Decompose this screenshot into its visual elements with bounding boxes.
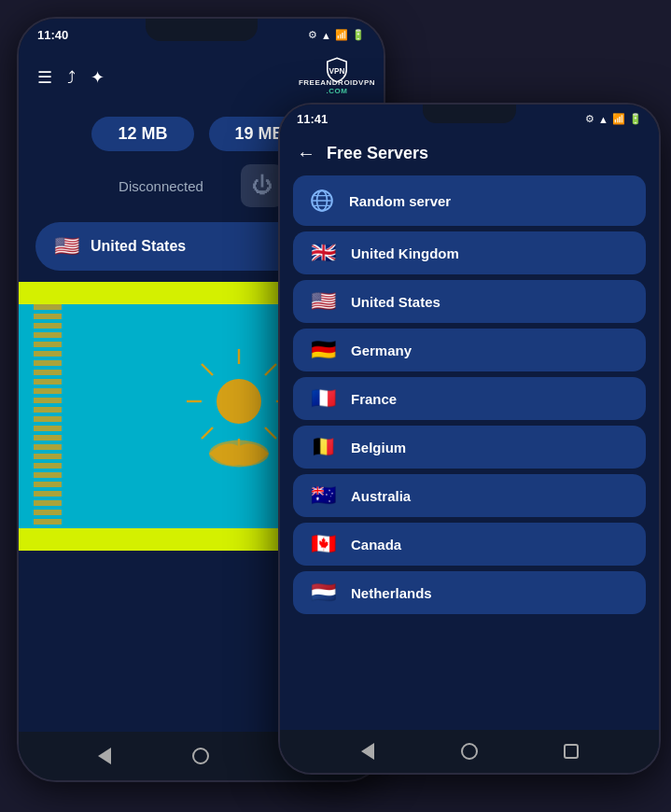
server-item-uk[interactable]: 🇬🇧 United Kingdom [293, 231, 646, 274]
server-name-de: Germany [351, 343, 412, 358]
flag-be: 🇧🇪 [308, 437, 338, 457]
flag-nl: 🇳🇱 [308, 582, 338, 603]
phone2-time: 11:41 [297, 112, 328, 126]
phone1-toolbar: ☰ ⤴ ✦ VPN FREEANDROIDVPN .COM [19, 48, 384, 105]
server-name-au: Australia [351, 488, 411, 504]
svg-line-7 [265, 364, 276, 375]
phone2-device: 11:41 ⚙ ▲ 📶 🔋 ← Free Servers [278, 103, 661, 775]
flag-fr: 🇫🇷 [308, 388, 338, 409]
download-pill: 12 MB [91, 117, 193, 151]
toolbar-left: ☰ ⤴ ✦ [37, 67, 105, 88]
globe-svg [310, 189, 334, 213]
phone2-notch [423, 105, 516, 123]
logo-top-text: FREEANDROIDVPN [299, 79, 375, 87]
server-item-us[interactable]: 🇺🇸 United States [293, 280, 646, 323]
phone1-status-icons: ⚙ ▲ 📶 🔋 [308, 29, 365, 41]
flag-de: 🇩🇪 [308, 340, 338, 360]
server-name-random: Random server [349, 193, 451, 209]
phone1-time: 11:40 [37, 28, 68, 42]
app-logo: VPN FREEANDROIDVPN .COM [309, 57, 365, 98]
star-icon[interactable]: ✦ [91, 67, 105, 88]
country-flag: 🇺🇸 [54, 234, 79, 259]
phone2-nav-bar [280, 730, 659, 773]
connection-status-text: Disconnected [119, 178, 203, 194]
server-name-us: United States [351, 294, 440, 310]
p2-back-triangle-icon [361, 743, 374, 760]
p2-recent-square-icon [564, 744, 579, 759]
server-item-nl[interactable]: 🇳🇱 Netherlands [293, 571, 646, 614]
flag-ca: 🇨🇦 [308, 534, 338, 554]
server-name-uk: United Kingdom [351, 245, 459, 261]
svg-point-1 [217, 379, 261, 424]
p2-battery-icon: 🔋 [629, 113, 642, 125]
server-name-be: Belgium [351, 440, 406, 455]
server-item-fr[interactable]: 🇫🇷 France [293, 377, 646, 420]
phone2-header: ← Free Servers [280, 132, 659, 175]
back-triangle-icon [98, 748, 111, 764]
flag-us: 🇺🇸 [308, 291, 338, 312]
server-list-title: Free Servers [327, 144, 428, 163]
server-name-ca: Canada [351, 537, 401, 553]
p2-back-nav-button[interactable] [357, 741, 378, 762]
battery-icon: 🔋 [352, 29, 365, 41]
back-arrow-button[interactable]: ← [297, 143, 315, 164]
p2-home-nav-button[interactable] [459, 741, 480, 762]
power-icon: ⏻ [252, 174, 273, 198]
home-nav-button[interactable] [190, 746, 211, 766]
logo-bottom-text: .COM [327, 87, 348, 95]
app-scene: 11:40 ⚙ ▲ 📶 🔋 ☰ ⤴ ✦ VPN [0, 0, 671, 812]
server-item-random[interactable]: Random server [293, 175, 646, 226]
svg-line-9 [265, 427, 276, 439]
svg-text:VPN: VPN [329, 67, 345, 76]
server-item-ca[interactable]: 🇨🇦 Canada [293, 523, 646, 566]
server-item-de[interactable]: 🇩🇪 Germany [293, 329, 646, 371]
flag-uk: 🇬🇧 [308, 243, 338, 263]
phone2-body: ← Free Servers Ran [280, 132, 659, 753]
back-nav-button[interactable] [94, 746, 115, 766]
p2-wifi-icon: ▲ [598, 114, 608, 125]
settings-status-icon: ⚙ [308, 29, 317, 41]
kz-ornament [34, 304, 62, 528]
p2-signal-icon: 📶 [612, 113, 625, 125]
svg-line-6 [202, 364, 213, 375]
server-item-au[interactable]: 🇦🇺 Australia [293, 474, 646, 517]
wifi-icon: ▲ [321, 30, 331, 41]
p2-home-circle-icon [461, 743, 478, 760]
server-name-nl: Netherlands [351, 585, 432, 601]
server-item-be[interactable]: 🇧🇪 Belgium [293, 426, 646, 469]
globe-icon [308, 187, 336, 215]
svg-line-8 [202, 427, 213, 439]
p2-recent-nav-button[interactable] [561, 741, 581, 762]
phone1-notch [146, 19, 258, 41]
hamburger-icon[interactable]: ☰ [37, 67, 52, 88]
signal-icon: 📶 [335, 29, 348, 41]
server-list: Random server 🇬🇧 United Kingdom 🇺🇸 Unite… [280, 175, 659, 614]
home-circle-icon [192, 748, 209, 764]
phone2-status-icons: ⚙ ▲ 📶 🔋 [585, 113, 642, 125]
flag-au: 🇦🇺 [308, 485, 338, 506]
server-name-fr: France [351, 391, 397, 407]
share-icon[interactable]: ⤴ [67, 68, 76, 88]
p2-settings-icon: ⚙ [585, 113, 594, 125]
